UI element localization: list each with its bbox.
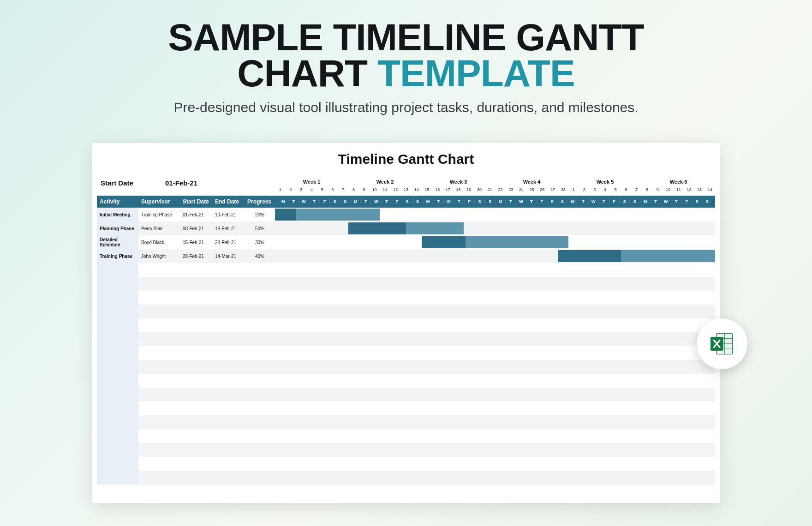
day-number: 23 bbox=[506, 187, 516, 196]
empty-row bbox=[97, 346, 715, 360]
header-supervisor: Supervisor bbox=[138, 196, 180, 208]
day-letter: S bbox=[629, 199, 639, 204]
day-number: 9 bbox=[359, 187, 370, 196]
day-letter: T bbox=[288, 199, 298, 204]
day-number: 5 bbox=[317, 187, 328, 196]
day-letter: S bbox=[484, 199, 495, 204]
day-number: 13 bbox=[401, 187, 412, 196]
day-number: 10 bbox=[369, 187, 380, 196]
day-letter: S bbox=[412, 199, 422, 204]
gantt-bar bbox=[275, 209, 380, 221]
cell-activity: Planning Phase bbox=[97, 221, 138, 235]
table-body: Initial MeetingTraining Phase01-Feb-2110… bbox=[97, 208, 715, 484]
cell-activity: Initial Meeting bbox=[97, 208, 138, 221]
day-letter: F bbox=[609, 199, 619, 204]
day-number: 2 bbox=[286, 187, 296, 196]
cell-progress: 40% bbox=[245, 249, 275, 263]
day-number: 6 bbox=[621, 187, 632, 196]
day-letter: S bbox=[329, 199, 340, 204]
spreadsheet-preview: Timeline Gantt Chart Start Date 01-Feb-2… bbox=[92, 143, 720, 503]
day-letter: S bbox=[619, 199, 629, 204]
gantt-area bbox=[275, 221, 715, 235]
day-number: 14 bbox=[411, 187, 422, 196]
table-row: Detailed ScheduleBoyd Black15-Feb-2128-F… bbox=[97, 235, 715, 249]
day-letter: T bbox=[433, 199, 443, 204]
day-letter: W bbox=[516, 199, 526, 204]
page-title: SAMPLE TIMELINE GANTT CHART TEMPLATE bbox=[0, 0, 812, 91]
cell-start: 28-Feb-21 bbox=[180, 249, 212, 263]
day-letter: T bbox=[598, 199, 609, 204]
day-number: 21 bbox=[484, 187, 495, 196]
day-letter: W bbox=[299, 199, 309, 204]
day-letter: S bbox=[547, 199, 557, 204]
start-date-value: 01-Feb-21 bbox=[165, 179, 232, 187]
day-letter: S bbox=[702, 199, 712, 204]
gantt-bar bbox=[558, 250, 715, 262]
day-letter: T bbox=[381, 199, 391, 204]
table-header: Activity Supervisor Start Date End Date … bbox=[97, 196, 715, 208]
cell-supervisor: Perry Blair bbox=[138, 221, 180, 235]
day-number: 7 bbox=[338, 187, 348, 196]
cell-end: 18-Feb-21 bbox=[212, 221, 245, 235]
empty-row bbox=[97, 471, 715, 484]
empty-row bbox=[97, 374, 715, 388]
day-letter: S bbox=[340, 199, 350, 204]
table-row: Planning PhasePerry Blair08-Feb-2118-Feb… bbox=[97, 221, 715, 235]
gantt-bar-done bbox=[348, 222, 406, 234]
day-letter: T bbox=[454, 199, 464, 204]
cell-activity: Training Phase bbox=[97, 249, 138, 263]
empty-row bbox=[97, 318, 715, 332]
day-number: 9 bbox=[652, 187, 663, 196]
cell-supervisor: Boyd Black bbox=[138, 235, 180, 249]
day-number: 19 bbox=[464, 187, 474, 196]
day-letter: F bbox=[537, 199, 547, 204]
empty-row bbox=[97, 401, 715, 415]
gantt-area bbox=[275, 208, 715, 221]
day-number: 11 bbox=[673, 187, 684, 196]
day-number: 12 bbox=[684, 187, 694, 196]
day-number: 15 bbox=[422, 187, 432, 196]
day-number: 18 bbox=[453, 187, 464, 196]
sheet-title: Timeline Gantt Chart bbox=[97, 151, 715, 167]
gantt-bar bbox=[348, 222, 464, 234]
day-number: 3 bbox=[590, 187, 600, 196]
cell-progress: 20% bbox=[245, 208, 275, 221]
cell-progress: 30% bbox=[245, 235, 275, 249]
day-number: 8 bbox=[642, 187, 652, 196]
day-number: 4 bbox=[306, 187, 317, 196]
cell-supervisor: Training Phase bbox=[138, 208, 180, 221]
day-letter: F bbox=[392, 199, 402, 204]
cell-end: 10-Feb-21 bbox=[212, 208, 245, 221]
day-number: 16 bbox=[432, 187, 443, 196]
day-letter: M bbox=[423, 199, 433, 204]
excel-badge bbox=[697, 318, 747, 369]
day-number: 8 bbox=[348, 187, 359, 196]
day-letter: T bbox=[505, 199, 515, 204]
day-number: 5 bbox=[610, 187, 621, 196]
day-number: 4 bbox=[600, 187, 610, 196]
day-letter: T bbox=[578, 199, 588, 204]
day-number: 26 bbox=[537, 187, 548, 196]
header-start: Start Date bbox=[180, 196, 212, 208]
day-letter: W bbox=[443, 199, 454, 204]
start-date-label: Start Date bbox=[101, 179, 165, 187]
day-number: 6 bbox=[328, 187, 338, 196]
cell-activity: Detailed Schedule bbox=[97, 235, 138, 249]
day-number: 24 bbox=[516, 187, 527, 196]
title-line2-prefix: CHART bbox=[237, 52, 377, 94]
empty-row bbox=[97, 291, 715, 305]
cell-progress: 50% bbox=[245, 221, 275, 235]
week-label: Week 1 bbox=[275, 179, 348, 187]
day-letter: S bbox=[402, 199, 412, 204]
empty-row bbox=[97, 277, 715, 291]
header-end: End Date bbox=[212, 196, 245, 208]
week-label: Week 5 bbox=[568, 179, 642, 187]
day-letter: T bbox=[671, 199, 681, 204]
day-number: 1 bbox=[568, 187, 579, 196]
gantt-bar-done bbox=[275, 209, 296, 221]
day-numbers-row: 1234567891011121314151617181920212223242… bbox=[97, 187, 715, 196]
day-letter: W bbox=[661, 199, 671, 204]
cell-start: 08-Feb-21 bbox=[180, 221, 212, 235]
day-letter: S bbox=[474, 199, 484, 204]
cell-start: 15-Feb-21 bbox=[180, 235, 212, 249]
